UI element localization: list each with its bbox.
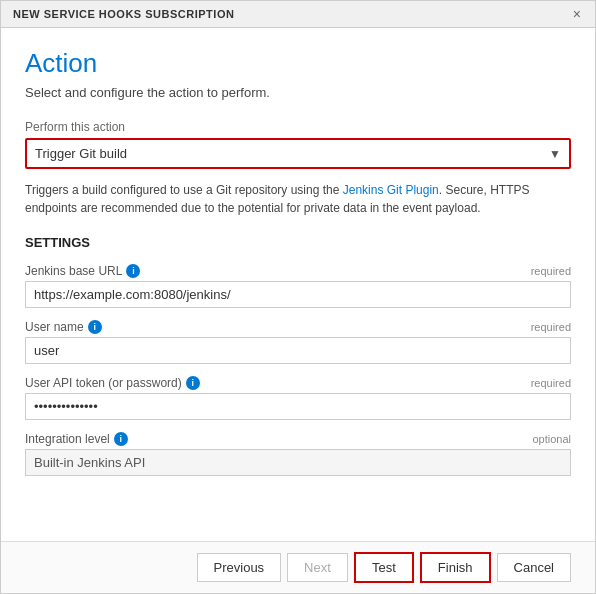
page-title: Action xyxy=(25,48,571,79)
integration-level-input[interactable] xyxy=(25,449,571,476)
username-required: required xyxy=(531,321,571,333)
dialog-footer: Previous Next Test Finish Cancel xyxy=(1,541,595,593)
next-button[interactable]: Next xyxy=(287,553,348,582)
api-token-label-text: User API token (or password) xyxy=(25,376,182,390)
dialog-header: NEW SERVICE HOOKS SUBSCRIPTION × xyxy=(1,1,595,28)
finish-button[interactable]: Finish xyxy=(420,552,491,583)
api-token-info-icon[interactable]: i xyxy=(186,376,200,390)
action-field-label: Perform this action xyxy=(25,120,571,134)
username-label-row: User name i required xyxy=(25,320,571,334)
jenkins-url-label-text: Jenkins base URL xyxy=(25,264,122,278)
integration-level-label-row: Integration level i optional xyxy=(25,432,571,446)
jenkins-url-input[interactable] xyxy=(25,281,571,308)
action-select-wrapper[interactable]: Trigger Git build ▼ xyxy=(25,138,571,169)
jenkins-url-group: Jenkins base URL i required xyxy=(25,264,571,308)
jenkins-url-required: required xyxy=(531,265,571,277)
integration-level-group: Integration level i optional xyxy=(25,432,571,476)
action-description: Triggers a build configured to use a Git… xyxy=(25,181,571,217)
integration-level-optional: optional xyxy=(532,433,571,445)
api-token-label: User API token (or password) i xyxy=(25,376,200,390)
action-field-group: Perform this action Trigger Git build ▼ xyxy=(25,120,571,169)
description-text-before: Triggers a build configured to use a Git… xyxy=(25,183,343,197)
dialog-title: NEW SERVICE HOOKS SUBSCRIPTION xyxy=(13,8,234,20)
cancel-button[interactable]: Cancel xyxy=(497,553,571,582)
integration-level-label: Integration level i xyxy=(25,432,128,446)
jenkins-url-info-icon[interactable]: i xyxy=(126,264,140,278)
username-label-text: User name xyxy=(25,320,84,334)
dialog-body: Action Select and configure the action t… xyxy=(1,28,595,541)
integration-level-info-icon[interactable]: i xyxy=(114,432,128,446)
dialog-window: NEW SERVICE HOOKS SUBSCRIPTION × Action … xyxy=(0,0,596,594)
api-token-group: User API token (or password) i required xyxy=(25,376,571,420)
page-subtitle: Select and configure the action to perfo… xyxy=(25,85,571,100)
close-button[interactable]: × xyxy=(571,7,583,21)
username-label: User name i xyxy=(25,320,102,334)
settings-heading: SETTINGS xyxy=(25,235,571,250)
previous-button[interactable]: Previous xyxy=(197,553,282,582)
jenkins-url-label: Jenkins base URL i xyxy=(25,264,140,278)
username-info-icon[interactable]: i xyxy=(88,320,102,334)
test-button[interactable]: Test xyxy=(354,552,414,583)
api-token-label-row: User API token (or password) i required xyxy=(25,376,571,390)
jenkins-url-label-row: Jenkins base URL i required xyxy=(25,264,571,278)
api-token-input[interactable] xyxy=(25,393,571,420)
jenkins-git-plugin-link[interactable]: Jenkins Git Plugin xyxy=(343,183,439,197)
action-select[interactable]: Trigger Git build xyxy=(27,140,569,167)
api-token-required: required xyxy=(531,377,571,389)
username-group: User name i required xyxy=(25,320,571,364)
username-input[interactable] xyxy=(25,337,571,364)
integration-level-label-text: Integration level xyxy=(25,432,110,446)
